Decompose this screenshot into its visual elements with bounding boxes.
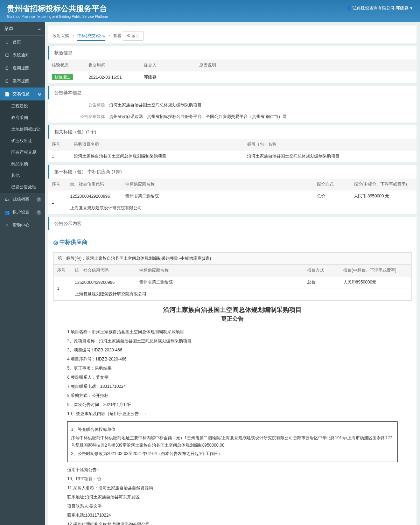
verify-title: 核验信息 bbox=[48, 46, 416, 59]
menu-icon: ? bbox=[4, 223, 10, 228]
submenu-item[interactable]: 矿业权出让 bbox=[0, 135, 45, 147]
app-title: 贵州省招标投标公共服务平台 bbox=[7, 4, 108, 14]
menu-icon: 📄 bbox=[4, 92, 10, 97]
app-header: 贵州省招标投标公共服务平台 GuiZhou Province Tendering… bbox=[0, 0, 420, 22]
breadcrumb: 政府采购 › 中标(成交)公示 › 查看 ⟲ 返回 bbox=[48, 26, 416, 43]
submenu-item[interactable]: 国有产权交易 bbox=[0, 147, 45, 158]
help-badge: ? bbox=[36, 210, 41, 215]
doc-subtitle: 更正公告 bbox=[53, 315, 412, 323]
sidebar-item[interactable]: 🗓逾期提醒 bbox=[0, 62, 45, 75]
menu-icon: 👥 bbox=[4, 210, 10, 215]
chevron-down-icon: ⊖ bbox=[38, 92, 41, 97]
main-content: 政府采购 › 中标(成交)公示 › 查看 ⟲ 返回 核验信息 核验状态 提交时间… bbox=[45, 22, 420, 525]
sidebar: 菜单 ≡ ⌂首页🖵系统通知🗓逾期提醒🗓发布提醒📄交易信息⊖ 工程建设政府采购土地… bbox=[0, 22, 45, 525]
sidebar-item[interactable]: 📄交易信息⊖ bbox=[0, 88, 45, 100]
winner-table-2: 序号 统一社会信用代码 中标供应商名称 报价方式 报价(中标价、下浮率或费率) … bbox=[54, 265, 411, 300]
sidebar-item[interactable]: ⌂首页 bbox=[0, 36, 45, 49]
related-table: 序号 采购项目名称 标段（包）名称 1 沿河土家族自治县国土空间总体规划编制采购… bbox=[48, 139, 416, 162]
sidebar-item[interactable]: 🖵系统通知 bbox=[0, 49, 45, 62]
related-title: 相关标段（包）(1个) bbox=[48, 125, 416, 139]
winner-heading: 中标供应商 bbox=[53, 235, 412, 250]
submenu-item[interactable]: 其他 bbox=[0, 170, 45, 181]
hamburger-icon[interactable]: ≡ bbox=[38, 26, 41, 31]
content-title: 公告公示内容 bbox=[48, 217, 416, 230]
doc-body: 1.项目名称：沿河土家族自治县国土空间总体规划编制采购项目2、原项目名称：沿河土… bbox=[53, 328, 412, 525]
menu-icon: ⌂ bbox=[4, 40, 10, 45]
basic-title: 公告基本信息 bbox=[48, 86, 416, 99]
crumb-3[interactable]: 查看 bbox=[113, 33, 121, 38]
sidebar-item[interactable]: 👥帐户设置? bbox=[0, 206, 45, 219]
winner-table-1: 序号 统一社会信用代码 中标供应商名称 报价方式 报价(中标价、下浮率或费率) … bbox=[48, 178, 416, 214]
crumb-1[interactable]: 政府采购 bbox=[52, 33, 69, 38]
user-menu[interactable]: 弘典建设咨询有限公司-邓廷容 bbox=[346, 4, 413, 11]
change-box: 1、补充联合体投标单位 序号中标供应商中标供应商地址主要中标内容中标金额（元）1… bbox=[67, 421, 398, 462]
sidebar-item[interactable]: 🗓发布提醒 bbox=[0, 75, 45, 88]
status-badge: 核验通过 bbox=[52, 74, 73, 80]
verify-table: 核验状态 提交时间 提交人 原因说明 核验通过 2021-02-03 16:51… bbox=[48, 59, 416, 83]
help-badge: ? bbox=[36, 197, 41, 202]
submenu-item[interactable]: 工程建设 bbox=[0, 100, 45, 112]
submenu-item[interactable]: 已发公告处理 bbox=[0, 181, 45, 193]
submenu-item[interactable]: 政府采购 bbox=[0, 112, 45, 124]
sidebar-item[interactable]: ?帮助中心 bbox=[0, 219, 45, 232]
sidebar-item[interactable]: 🗂诚信档案? bbox=[0, 193, 45, 206]
submenu-item[interactable]: 药品采购 bbox=[0, 158, 45, 170]
doc-title: 沿河土家族自治县国土空间总体规划编制采购项目 bbox=[53, 306, 412, 314]
menu-icon: 🖵 bbox=[4, 53, 10, 58]
submenu-item[interactable]: 土地使用权出让 bbox=[0, 124, 45, 135]
crumb-2[interactable]: 中标(成交)公示 bbox=[77, 33, 105, 41]
winner1-title: 第一标段（包）-中标供应商 (1家) bbox=[48, 165, 416, 178]
app-subtitle: GuiZhou Province Tendering and Bidding P… bbox=[7, 15, 108, 19]
menu-label: 菜单 bbox=[4, 26, 13, 32]
menu-icon: 🗂 bbox=[4, 197, 10, 202]
menu-icon: 🗓 bbox=[4, 79, 10, 84]
back-button[interactable]: ⟲ 返回 bbox=[123, 31, 144, 41]
menu-icon: 🗓 bbox=[4, 66, 10, 71]
